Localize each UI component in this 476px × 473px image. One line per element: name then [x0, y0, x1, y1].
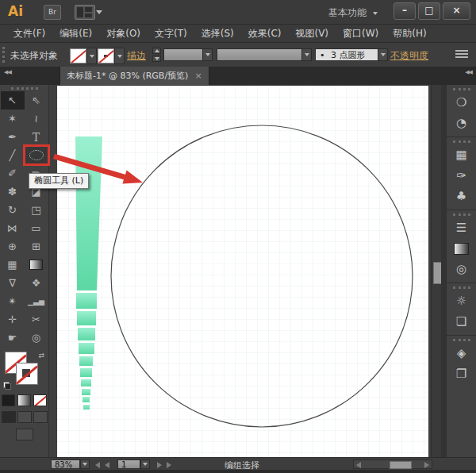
panel-collapse-icon[interactable]: ◀◀ [465, 69, 472, 75]
workspace-layout-icon[interactable] [75, 5, 95, 20]
stepper-up-icon[interactable] [152, 48, 161, 54]
panel-group-grip[interactable] [453, 339, 470, 341]
perspective-grid-tool[interactable]: ⊞ [25, 237, 48, 256]
width-profile-dropdown-icon[interactable] [378, 48, 388, 61]
vertical-scrollbar[interactable] [431, 85, 441, 457]
screen-mode-button[interactable] [16, 429, 33, 440]
menu-item-4[interactable]: 选择(S) [194, 25, 241, 43]
none-button[interactable] [33, 394, 47, 406]
transparency-panel-icon[interactable]: ◎ [447, 259, 476, 279]
workspace-menu[interactable]: 基本功能 [328, 6, 367, 20]
default-fill-stroke-icon[interactable] [3, 382, 11, 390]
close-button[interactable]: × [443, 2, 470, 20]
color-guide-panel-icon[interactable]: ◔ [447, 113, 476, 133]
swatches-panel-icon[interactable]: ▦ [447, 144, 476, 165]
brush-definition-dropdown-icon[interactable] [302, 48, 312, 61]
panel-group-grip[interactable] [453, 140, 470, 143]
stroke-panel-link[interactable]: 描边 [127, 49, 146, 63]
rotate-tool[interactable]: ↻ [1, 201, 25, 219]
ellipse-tool[interactable] [25, 146, 48, 164]
artboard-tool[interactable]: ✛ [1, 310, 25, 329]
mesh-tool[interactable]: ▦ [1, 256, 25, 274]
gradient-tool[interactable] [25, 256, 48, 274]
menu-item-0[interactable]: 文件(F) [6, 25, 52, 43]
column-graph-tool[interactable]: ▁▃▅ [25, 292, 48, 310]
width-profile-combo[interactable]: • 3 点圆形 [315, 48, 388, 61]
artboards-panel-icon[interactable]: ❐ [447, 363, 476, 384]
menu-item-3[interactable]: 文字(T) [148, 25, 194, 43]
stroke-weight-dropdown-icon[interactable] [203, 48, 213, 61]
symbol-sprayer-tool[interactable]: ✴ [1, 292, 25, 310]
menu-item-1[interactable]: 编辑(E) [52, 25, 99, 43]
tools-panel-grip[interactable] [11, 87, 38, 90]
canvas-area[interactable] [49, 85, 431, 457]
draw-inside-mode-button[interactable] [33, 411, 48, 423]
color-panel-icon[interactable]: ❍ [447, 92, 476, 113]
control-panel-options-icon[interactable] [455, 50, 468, 60]
magic-wand-tool[interactable]: ✶ [1, 110, 25, 128]
blend-tool[interactable]: ❖ [25, 274, 48, 292]
zoom-level-field[interactable]: 83% [51, 460, 80, 469]
draw-normal-mode-button[interactable] [2, 411, 16, 423]
paintbrush-tool[interactable]: ✐ [1, 164, 25, 183]
control-bar-grip[interactable] [2, 47, 5, 63]
tab-close-icon[interactable]: × [194, 71, 202, 81]
appearance-panel-icon[interactable]: ☼ [447, 290, 476, 311]
stroke-panel-icon[interactable]: ☰ [447, 217, 476, 238]
maximize-button[interactable]: □ [418, 2, 440, 20]
zoom-dropdown-icon[interactable] [80, 460, 90, 469]
gradient-panel-icon[interactable] [447, 238, 476, 259]
stroke-dropdown-icon[interactable] [114, 48, 125, 64]
fill-color-combo[interactable] [70, 48, 97, 64]
artboard-number-field[interactable]: 1 [117, 460, 140, 469]
horizontal-scrollbar-thumb[interactable] [390, 461, 412, 469]
stroke-swatch[interactable] [16, 363, 38, 385]
stepper-down-icon[interactable] [152, 56, 161, 62]
blob-brush-tool[interactable]: ✽ [1, 183, 25, 201]
type-tool[interactable]: T [25, 128, 48, 146]
graphic-styles-panel-icon[interactable]: ❏ [447, 311, 476, 332]
stroke-none-swatch[interactable] [98, 48, 114, 63]
shape-builder-tool[interactable]: ⊕ [1, 237, 25, 256]
document-tab[interactable]: 未标题-1* @ 83% (RGB/预览) × [60, 67, 209, 85]
pen-tool[interactable]: ✒ [1, 128, 25, 146]
eyedropper-tool[interactable]: ∇ [1, 274, 25, 292]
scroll-right-icon[interactable] [424, 462, 429, 468]
scale-tool[interactable]: ◳ [25, 201, 48, 219]
color-button[interactable] [2, 394, 15, 406]
stroke-weight-combo[interactable] [163, 48, 213, 61]
layers-panel-icon[interactable]: ◈ [447, 343, 476, 363]
menu-item-8[interactable]: 帮助(H) [386, 25, 433, 43]
menu-item-7[interactable]: 窗口(W) [336, 25, 386, 43]
brushes-panel-icon[interactable]: ✑ [447, 165, 476, 186]
width-tool[interactable]: ⋈ [1, 219, 25, 237]
gradient-button[interactable] [17, 394, 31, 406]
panel-group-grip[interactable] [453, 286, 470, 289]
scroll-left-icon[interactable] [356, 462, 361, 468]
draw-behind-mode-button[interactable] [17, 411, 32, 423]
bridge-button[interactable]: Br [44, 5, 61, 20]
free-transform-tool[interactable]: ▭ [25, 219, 48, 237]
artboard-nav-next[interactable] [157, 462, 171, 468]
menu-item-2[interactable]: 对象(O) [99, 25, 148, 43]
hand-tool[interactable]: ☛ [1, 329, 25, 347]
workspace-layout-dropdown-icon[interactable] [96, 10, 102, 14]
tools-collapse-icon[interactable]: ◀◀ [4, 69, 11, 75]
artboard-dropdown-icon[interactable] [140, 460, 150, 469]
swap-fill-stroke-icon[interactable]: ⇄ [38, 352, 44, 360]
panel-group-grip[interactable] [453, 213, 470, 216]
horizontal-scrollbar[interactable] [353, 460, 432, 469]
line-segment-tool[interactable]: ╱ [1, 146, 25, 164]
direct-selection-tool[interactable]: ⇖ [25, 91, 48, 110]
stroke-color-combo[interactable] [98, 48, 125, 64]
fill-none-swatch[interactable] [70, 48, 86, 63]
fill-dropdown-icon[interactable] [86, 48, 97, 64]
artboard[interactable] [57, 86, 428, 457]
workspace-menu-dropdown-icon[interactable] [373, 12, 378, 15]
lasso-tool[interactable]: ≀ [25, 110, 48, 128]
brush-definition-combo[interactable] [217, 48, 312, 61]
selection-tool[interactable]: ↖ [1, 91, 25, 110]
minimize-button[interactable]: – [393, 2, 416, 20]
right-panel-grip[interactable] [453, 88, 470, 90]
opacity-link[interactable]: 不透明度 [390, 49, 428, 63]
